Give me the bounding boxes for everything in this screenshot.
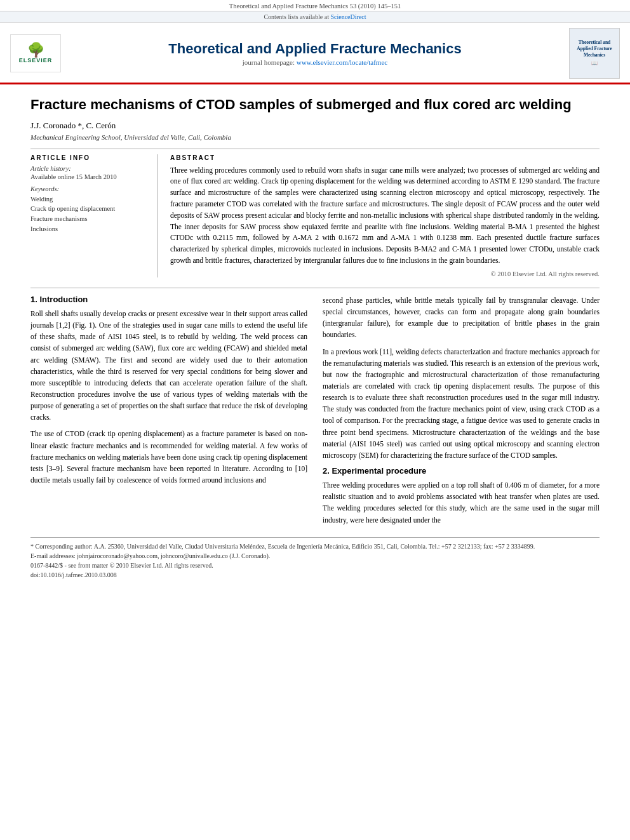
- homepage-url[interactable]: www.elsevier.com/locate/tafmec: [297, 58, 387, 66]
- footnote-email: E-mail addresses: johnjairocoronado@yaho…: [30, 551, 600, 561]
- email-values: johnjairocoronado@yahoo.com, johncoro@un…: [77, 552, 270, 559]
- keyword-fracture: Fracture mechanisms: [30, 214, 147, 224]
- contents-label: Contents lists available at: [264, 13, 328, 20]
- author-names: J.J. Coronado *, C. Cerón: [30, 121, 116, 130]
- footnote-corresponding: * Corresponding author: A.A. 25360, Univ…: [30, 542, 600, 551]
- article-history-label: Article history:: [30, 165, 147, 172]
- keyword-welding: Welding: [30, 194, 147, 204]
- elsevier-logo-area: 🌳 ELSEVIER: [10, 34, 67, 72]
- sciencedirect-link[interactable]: ScienceDirect: [330, 13, 366, 20]
- journal-thumb-area: Theoretical and Applied Fracture Mechani…: [563, 28, 620, 79]
- body-para-2: The use of CTOD (crack tip opening displ…: [30, 428, 307, 486]
- journal-header: 🌳 ELSEVIER Theoretical and Applied Fract…: [0, 23, 630, 84]
- body-para-1: Roll shell shafts usually develop cracks…: [30, 308, 307, 423]
- email-label: E-mail addresses:: [30, 552, 76, 559]
- body-para-4: In a previous work [11], welding defects…: [323, 346, 600, 462]
- body-para-5: Three welding procedures were applied on…: [323, 479, 600, 526]
- body-section: 1. Introduction Roll shell shafts usuall…: [30, 288, 600, 531]
- affiliation: Mechanical Engineering School, Universid…: [30, 133, 600, 141]
- journal-citation: Theoretical and Applied Fracture Mechani…: [229, 3, 401, 10]
- main-content: Fracture mechanisms of CTOD samples of s…: [0, 84, 630, 590]
- col-right: second phase particles, while brittle me…: [323, 295, 600, 531]
- two-col-body: 1. Introduction Roll shell shafts usuall…: [30, 295, 600, 531]
- copyright-line: © 2010 Elsevier Ltd. All rights reserved…: [170, 270, 600, 277]
- elsevier-tree-icon: 🌳: [27, 43, 44, 57]
- abstract-text: Three welding procedures commonly used t…: [170, 165, 600, 267]
- article-meta-row: ARTICLE INFO Article history: Available …: [30, 154, 600, 277]
- body-para-3: second phase particles, while brittle me…: [323, 295, 600, 341]
- keyword-inclusions: Inclusions: [30, 224, 147, 234]
- col-left: 1. Introduction Roll shell shafts usuall…: [30, 295, 307, 531]
- footnote-issn: 0167-8442/$ - see front matter © 2010 El…: [30, 561, 600, 570]
- journal-homepage: journal homepage: www.elsevier.com/locat…: [67, 58, 563, 66]
- journal-title: Theoretical and Applied Fracture Mechani…: [67, 41, 563, 57]
- homepage-label: journal homepage:: [243, 58, 295, 66]
- elsevier-logo: 🌳 ELSEVIER: [10, 34, 61, 72]
- journal-title-area: Theoretical and Applied Fracture Mechani…: [67, 41, 563, 66]
- keyword-ctod: Crack tip opening displacement: [30, 204, 147, 214]
- section2-heading: 2. Experimental procedure: [323, 466, 600, 476]
- article-title: Fracture mechanisms of CTOD samples of s…: [30, 96, 600, 114]
- article-history-value: Available online 15 March 2010: [30, 173, 147, 180]
- footnote-section: * Corresponding author: A.A. 25360, Univ…: [30, 537, 600, 580]
- divider-1: [30, 149, 600, 149]
- elsevier-name: ELSEVIER: [19, 57, 53, 63]
- abstract-col: ABSTRACT Three welding procedures common…: [170, 154, 600, 277]
- sciencedirect-bar: Contents lists available at ScienceDirec…: [0, 11, 630, 23]
- abstract-label: ABSTRACT: [170, 154, 600, 161]
- journal-cover-thumbnail: Theoretical and Applied Fracture Mechani…: [569, 28, 620, 79]
- keywords-title: Keywords:: [30, 185, 147, 192]
- article-info-col: ARTICLE INFO Article history: Available …: [30, 154, 158, 277]
- authors: J.J. Coronado *, C. Cerón: [30, 121, 600, 131]
- section1-heading: 1. Introduction: [30, 295, 307, 304]
- article-info-label: ARTICLE INFO: [30, 154, 147, 161]
- footnote-doi: doi:10.1016/j.tafmec.2010.03.008: [30, 570, 600, 580]
- top-bar: Theoretical and Applied Fracture Mechani…: [0, 0, 630, 11]
